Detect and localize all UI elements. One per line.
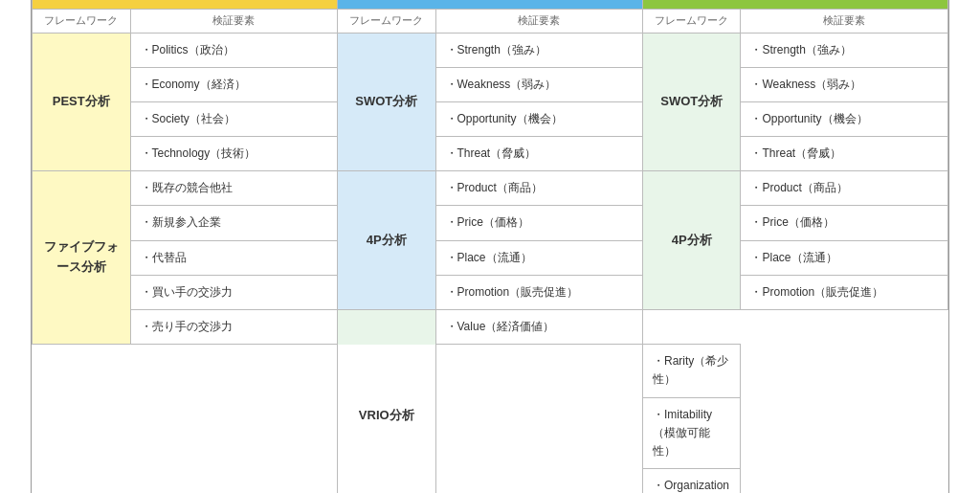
competitor-swot-item-2: Weakness（弱み） (435, 67, 642, 101)
five-item-1: 既存の競合他社 (130, 171, 337, 206)
framework-4p-company: 4P分析 (642, 171, 741, 310)
competitor-swot-item-1: Strength（強み） (435, 33, 642, 67)
subheader-fw-2: フレームワーク (337, 9, 435, 33)
subheader-ver-2: 検証要素 (435, 9, 642, 33)
header-company: Company（自社） (642, 0, 947, 9)
header-competitor: Competitor（競合） (337, 0, 642, 9)
pest-item-1: Politics（政治） (130, 33, 337, 67)
company-4p-item-4: Promotion（販売促進） (741, 275, 948, 309)
company-swot-item-2: Weakness（弱み） (741, 67, 948, 101)
five-item-5: 売り手の交渉力 (130, 310, 337, 345)
five-item-3: 代替品 (130, 240, 337, 275)
subheader-fw-1: フレームワーク (33, 9, 131, 33)
company-vrio-item-2: Rarity（希少性） (642, 345, 741, 397)
framework-pest: PEST分析 (33, 33, 131, 171)
competitor-4p-item-4: Promotion（販売促進） (435, 275, 642, 309)
subheader-ver-3: 検証要素 (741, 9, 948, 33)
company-vrio-item-4: Organization（組織） (642, 469, 741, 493)
five-item-2: 新規参入企業 (130, 206, 337, 240)
main-table-wrapper: Customer（顧客・市場） Competitor（競合） Company（自… (31, 0, 949, 493)
pest-item-3: Society（社会） (130, 101, 337, 136)
competitor-swot-item-4: Threat（脅威） (435, 137, 642, 171)
company-4p-item-3: Place（流通） (741, 240, 948, 275)
company-vrio-item-3: Imitability（模倣可能性） (642, 397, 741, 469)
header-customer: Customer（顧客・市場） (33, 0, 338, 9)
pest-item-4: Technology（技術） (130, 137, 337, 171)
framework-swot-company: SWOT分析 (642, 33, 741, 171)
company-swot-item-3: Opportunity（機会） (741, 101, 948, 136)
company-vrio-item-1: Value（経済価値） (435, 310, 642, 345)
competitor-4p-item-1: Product（商品） (435, 171, 642, 206)
framework-fiveforces: ファイブフォース分析 (33, 171, 131, 345)
company-swot-item-1: Strength（強み） (741, 33, 948, 67)
competitor-4p-item-3: Place（流通） (435, 240, 642, 275)
competitor-4p-item-2: Price（価格） (435, 206, 642, 240)
company-4p-item-2: Price（価格） (741, 206, 948, 240)
subheader-fw-3: フレームワーク (642, 9, 741, 33)
company-4p-item-1: Product（商品） (741, 171, 948, 206)
framework-swot-competitor: SWOT分析 (337, 33, 435, 171)
competitor-swot-item-3: Opportunity（機会） (435, 101, 642, 136)
pest-item-2: Economy（経済） (130, 67, 337, 101)
framework-4p-competitor: 4P分析 (337, 171, 435, 310)
five-item-4: 買い手の交渉力 (130, 275, 337, 309)
company-swot-item-4: Threat（脅威） (741, 137, 948, 171)
subheader-ver-1: 検証要素 (130, 9, 337, 33)
